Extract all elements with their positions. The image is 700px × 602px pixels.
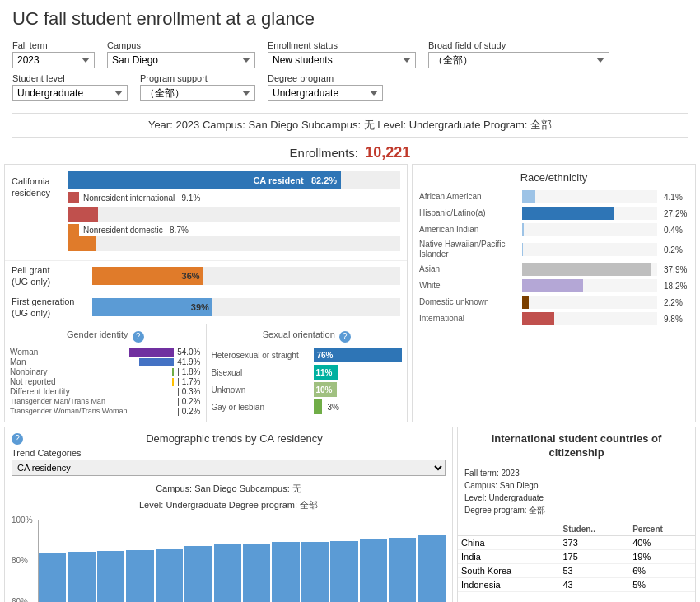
students-china: 373: [559, 535, 629, 549]
filter-row-2: Student level Undergraduate Program supp…: [12, 73, 688, 101]
col-students: Studen..: [559, 523, 629, 536]
race-row-asian: Asian 37.9%: [419, 263, 688, 276]
right-panel: Race/ethnicity African American 4.1% His…: [412, 164, 696, 422]
enrollments-label: Enrollments:: [290, 146, 358, 160]
enrollment-status-select[interactable]: New students: [268, 52, 416, 68]
gender-bar-notreported: [172, 378, 174, 386]
race-bar-nhpi: [522, 243, 523, 256]
pell-row: Pell grant(UG only) 36%: [12, 264, 400, 288]
dom-color-box: [68, 224, 79, 236]
chart-bar-7: [214, 544, 241, 602]
trend-categories-select[interactable]: CA residency: [12, 460, 446, 476]
gender-row-transwoman: Transgender Woman/Trans Woman | 0.2%: [10, 407, 201, 416]
sexual-row-bisexual: Bisexual 11%: [212, 365, 403, 380]
gender-title-row: Gender identity ?: [10, 329, 201, 343]
chart-bar-8: [243, 544, 270, 602]
intl-row-indonesia: Indonesia 43 5%: [458, 577, 695, 591]
trend-chart: 100% 80% 60%: [5, 516, 452, 602]
bar-row-dom-bar: [68, 236, 400, 251]
pell-label: Pell grant(UG only): [12, 264, 86, 288]
student-level-select[interactable]: Undergraduate: [12, 85, 128, 101]
intl-info-line1: Fall term: 2023: [464, 467, 688, 479]
gender-info-icon[interactable]: ?: [133, 331, 144, 343]
page-container: UC fall student enrollment at a glance F…: [0, 0, 700, 602]
summary-text: Year: 2023 Campus: San Diego Subcampus: …: [148, 119, 552, 131]
bar-row-intl-bar: [68, 207, 400, 222]
y-axis: 100% 80% 60%: [12, 516, 33, 602]
race-bar-white-bg: [522, 279, 657, 292]
firstgen-section: First generation(UG only) 39%: [5, 292, 407, 324]
country-india: India: [458, 549, 559, 563]
program-support-select[interactable]: （全部）: [140, 85, 255, 101]
fall-term-select[interactable]: 2023: [12, 52, 95, 68]
header: UC fall student enrollment at a glance: [0, 0, 700, 40]
col-country: [458, 523, 559, 536]
race-row-dom-unknown: Domestic unknown 2.2%: [419, 296, 688, 309]
pell-bar: 36%: [92, 267, 203, 285]
gender-row-woman: Woman 54.0%: [10, 348, 201, 357]
degree-program-select[interactable]: Undergraduate: [268, 85, 383, 101]
campus-label: Campus: [107, 40, 255, 50]
trend-info-line2: Level: Undergraduate Degree program: 全部: [139, 500, 318, 510]
intl-row-china: China 373 40%: [458, 535, 695, 549]
dom-bar: [68, 236, 96, 251]
campus-select[interactable]: San Diego: [107, 52, 255, 68]
ca-resident-label: CA resident 82.2%: [253, 175, 337, 185]
race-bar-ai-bg: [522, 223, 657, 236]
sexual-row-unknown: Unknown 10%: [212, 382, 403, 397]
broad-field-label: Broad field of study: [428, 40, 609, 50]
student-level-label: Student level: [12, 73, 128, 83]
gender-row-man: Man 41.9%: [10, 357, 201, 366]
chart-bar-4: [126, 550, 153, 602]
sexual-bar-hetero: 76%: [314, 348, 403, 362]
race-bar-nhpi-bg: [522, 243, 657, 256]
gender-bar-nonbinary: [172, 368, 174, 376]
race-bar-african: [522, 190, 535, 203]
trend-header: ? Demographic trends by CA residency: [5, 427, 452, 448]
bottom-grid: ? Demographic trends by CA residency Tre…: [0, 427, 700, 602]
sexual-row-gay: Gay or lesbian 3%: [212, 399, 403, 414]
intl-label: Nonresident international 9.1%: [83, 194, 200, 203]
firstgen-bar-bg: 39%: [92, 298, 400, 316]
broad-field-select[interactable]: （全部）: [428, 52, 609, 68]
chart-bar-6: [184, 546, 212, 602]
dom-bar-bg: [68, 236, 400, 251]
sexual-info-icon[interactable]: ?: [339, 331, 351, 343]
pct-india: 19%: [629, 549, 695, 563]
dom-bar-label-row: Nonresident domestic 8.7%: [68, 224, 189, 236]
pct-china: 40%: [629, 535, 695, 549]
gender-rows: Woman 54.0% Man 41.9%: [10, 348, 201, 416]
pell-pct: 36%: [182, 271, 200, 281]
intl-bar-label-row: Nonresident international 9.1%: [68, 192, 200, 203]
trend-info: Campus: San Diego Subcampus: 无 Level: Un…: [5, 479, 452, 516]
race-bar-asian: [522, 263, 651, 276]
intl-row-india: India 175 19%: [458, 549, 695, 563]
intl-bar: [68, 207, 98, 222]
sexual-rows: Heterosexual or straight 76% Bisexual 11…: [212, 348, 403, 414]
sexual-bar-bisexual: 11%: [314, 365, 338, 380]
ca-resident-bar: CA resident 82.2%: [68, 171, 341, 189]
intl-info: Fall term: 2023 Campus: San Diego Level:…: [458, 464, 695, 520]
intl-table-header: Studen.. Percent: [458, 523, 695, 536]
pell-section: Pell grant(UG only) 36%: [5, 260, 407, 292]
race-row-international: International 9.8%: [419, 312, 688, 325]
residency-section: Californiaresidency CA resident 82.2%: [5, 165, 407, 260]
trend-info-icon[interactable]: ?: [12, 433, 23, 445]
race-row-american-indian: American Indian 0.4%: [419, 223, 688, 236]
fall-term-filter: Fall term 2023: [12, 40, 95, 68]
campus-filter: Campus San Diego: [107, 40, 255, 68]
gender-row-transman: Transgender Man/Trans Man | 0.2%: [10, 397, 201, 406]
race-bar-intl-bg: [522, 312, 657, 325]
sexual-title: Sexual orientation: [263, 329, 335, 339]
gender-title: Gender identity: [67, 329, 128, 339]
race-section: Race/ethnicity African American 4.1% His…: [413, 165, 695, 335]
broad-field-filter: Broad field of study （全部）: [428, 40, 609, 68]
chart-bar-11: [330, 541, 357, 602]
chart-bar-9: [272, 542, 299, 602]
student-level-filter: Student level Undergraduate: [12, 73, 128, 101]
intl-info-line4: Degree program: 全部: [464, 504, 688, 516]
students-india: 175: [559, 549, 629, 563]
gender-section: Gender identity ? Woman 54.0% Man: [5, 324, 207, 422]
chart-bar-12: [360, 539, 387, 602]
chart-bar-1: [39, 553, 66, 602]
